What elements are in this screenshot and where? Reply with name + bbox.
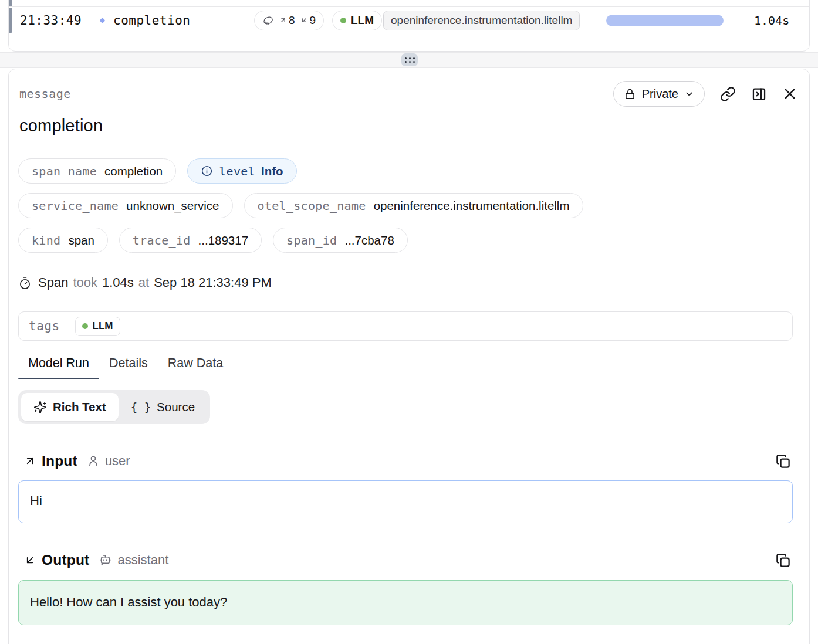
- link-icon: [720, 86, 736, 102]
- span-name: completion: [113, 13, 190, 28]
- input-role: user: [105, 453, 130, 469]
- token-coin-icon: [262, 15, 274, 26]
- tags-box: tags LLM: [18, 311, 793, 341]
- sparkles-icon: [33, 401, 47, 414]
- span-duration-line: Span took 1.04s at Sep 18 21:33:49 PM: [18, 275, 809, 290]
- badge-kind: kindspan: [18, 228, 108, 253]
- close-panel-button[interactable]: [782, 86, 797, 101]
- view-mode-toggle: Rich Text { } Source: [18, 390, 210, 424]
- braces-icon: { }: [131, 401, 151, 413]
- input-content-box: Hi: [18, 480, 793, 523]
- visibility-label: Private: [642, 87, 678, 101]
- copy-icon: [775, 453, 791, 469]
- close-icon: [782, 86, 797, 101]
- badge-span-name: span_namecompletion: [18, 158, 176, 184]
- latency-bar: [606, 15, 724, 26]
- tags-label: tags: [29, 319, 60, 333]
- person-icon: [87, 455, 100, 467]
- input-section-header: Input user: [18, 451, 792, 471]
- timer-icon: [18, 276, 32, 290]
- badge-otel-scope-name: otel_scope_nameopeninference.instrumenta…: [244, 193, 583, 218]
- span-row-completion[interactable]: 21:33:49 completion 8 9 LLM: [9, 7, 809, 33]
- input-label: Input: [42, 453, 77, 469]
- badge-span-id: span_id...7cba78: [273, 228, 408, 253]
- visibility-dropdown-button[interactable]: Private: [613, 81, 705, 107]
- panel-header: message Private: [9, 69, 809, 107]
- tag-chip-llm[interactable]: LLM: [75, 317, 120, 336]
- output-content-box: Hello! How can I assist you today?: [18, 580, 793, 625]
- chevron-down-icon: [684, 89, 694, 99]
- llm-kind-badge: LLM: [332, 11, 382, 30]
- badge-service-name: service_nameunknown_service: [18, 193, 233, 218]
- span-timestamp: 21:33:49: [20, 13, 82, 28]
- attribute-badges: span_namecompletion levelInfo service_na…: [18, 158, 799, 253]
- selected-row-indicator: [9, 0, 12, 6]
- badge-trace-id: trace_id...189317: [119, 228, 262, 253]
- diamond-icon: [97, 15, 107, 25]
- tab-raw-data[interactable]: Raw Data: [158, 356, 233, 379]
- bot-icon: [99, 554, 112, 567]
- rich-text-toggle[interactable]: Rich Text: [21, 393, 119, 421]
- otel-scope-badge: openinference.instrumentation.litellm: [383, 11, 580, 30]
- tab-model-run[interactable]: Model Run: [18, 356, 99, 379]
- grip-dots-icon: [405, 57, 415, 63]
- token-count-badge: 8 9: [254, 11, 324, 30]
- source-toggle[interactable]: { } Source: [119, 393, 207, 421]
- expand-panel-button[interactable]: [751, 86, 767, 102]
- tab-details[interactable]: Details: [99, 356, 158, 379]
- output-role: assistant: [117, 553, 168, 568]
- page-title: completion: [19, 116, 809, 135]
- llm-dot-icon: [82, 323, 88, 329]
- output-label: Output: [42, 552, 89, 568]
- copy-icon: [775, 553, 791, 568]
- badge-level: levelInfo: [187, 158, 296, 184]
- trace-span-list-card: 21:33:49 completion 8 9 LLM: [8, 0, 810, 52]
- llm-dot-icon: [340, 18, 346, 23]
- arrow-up-right-icon: [279, 16, 287, 24]
- span-latency: 1.04s: [754, 13, 789, 28]
- copy-output-button[interactable]: [772, 550, 792, 570]
- detail-tabs: Model Run Details Raw Data: [9, 356, 809, 379]
- span-detail-panel: message Private completion span_namecomp…: [8, 69, 810, 644]
- output-section-header: Output assistant: [18, 550, 792, 570]
- span-kind-label: message: [19, 87, 71, 101]
- prompt-tokens: 8: [279, 14, 295, 27]
- split-resize-handle[interactable]: [401, 53, 418, 66]
- copy-input-button[interactable]: [772, 451, 792, 471]
- panel-right-icon: [751, 86, 767, 102]
- lock-icon: [624, 88, 636, 100]
- info-icon: [201, 165, 213, 177]
- arrow-up-right-icon: [24, 455, 36, 467]
- copy-link-button[interactable]: [720, 86, 736, 102]
- arrow-down-left-icon: [24, 554, 36, 566]
- arrow-down-left-icon: [300, 16, 308, 24]
- completion-tokens: 9: [300, 14, 316, 27]
